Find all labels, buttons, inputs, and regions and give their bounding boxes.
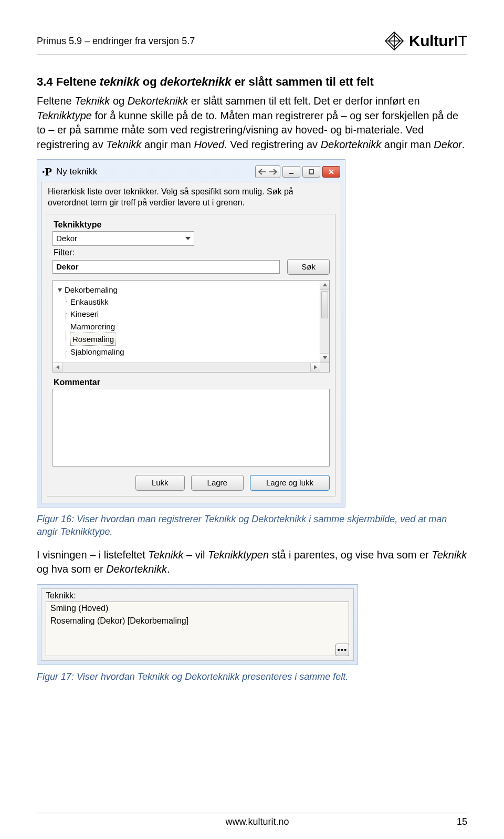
filter-input[interactable]: Dekor [52,260,280,274]
figure-1-window: ·P Ny teknikk Hierarkisk liste over tekn… [37,159,345,507]
filter-label: Filter: [54,248,330,257]
info-text: Hierarkisk liste over teknikker. Velg så… [48,187,335,209]
teknikk-listbox[interactable]: Smiing (Hoved) Rosemaling (Dekor) [Dekor… [46,602,349,656]
figure-2-caption: Figur 17: Viser hvordan Teknikk og Dekor… [37,670,467,683]
scroll-down-button[interactable] [320,353,329,362]
titlebar: ·P Ny teknikk [41,163,341,182]
collapse-icon [57,287,62,293]
select-value: Dekor [56,234,77,243]
page-header: Primus 5.9 – endringer fra versjon 5.7 K… [37,30,467,55]
save-and-close-button[interactable]: Lagre og lukk [250,475,330,491]
close-dialog-button[interactable]: Lukk [135,475,185,491]
tree-listbox[interactable]: Dekorbemaling Enkaustikk Kineseri Marmor… [52,280,330,372]
doc-title: Primus 5.9 – endringer fra versjon 5.7 [37,36,195,47]
maximize-button[interactable] [302,166,320,178]
logo: KulturIT [384,30,467,51]
close-button[interactable] [322,166,340,178]
tree-root[interactable]: Dekorbemaling [57,284,325,296]
vertical-scrollbar[interactable] [320,281,329,362]
nav-prev-next-button[interactable] [255,165,280,178]
minimize-button[interactable] [282,166,300,178]
window-title: Ny teknikk [56,167,97,177]
save-button[interactable]: Lagre [191,475,244,491]
tree-item-selected[interactable]: Rosemaling [70,333,325,346]
comment-textarea[interactable] [52,389,330,467]
list-item[interactable]: Rosemaling (Dekor) [Dekorbemaling] [46,615,349,627]
tree-item[interactable]: Kineseri [70,308,325,320]
app-icon: ·P [42,165,52,179]
logo-icon [384,30,405,51]
section-heading: 3.4 Feltene teknikk og dekorteknikk er s… [37,75,467,89]
horizontal-scrollbar[interactable] [53,362,329,372]
list-item[interactable]: Smiing (Hoved) [46,602,349,615]
scroll-up-button[interactable] [320,281,329,290]
svg-rect-5 [309,170,313,174]
page-number: 15 [457,816,467,827]
search-button[interactable]: Søk [287,259,330,275]
page-footer: www.kulturit.no 15 [0,813,504,827]
scroll-left-button[interactable] [53,363,62,372]
tree-item[interactable]: Sjablongmaling [70,346,325,358]
tree-item[interactable]: Enkaustikk [70,296,325,308]
browse-button[interactable]: ••• [335,644,349,656]
figure-2-panel: Teknikk: Smiing (Hoved) Rosemaling (Deko… [37,584,358,665]
footer-url: www.kulturit.no [58,816,457,827]
teknikktype-select[interactable]: Dekor [52,231,194,246]
figure-1-caption: Figur 16: Viser hvordan man registrerer … [37,513,467,538]
teknikk-list-label: Teknikk: [41,589,353,602]
type-label: Teknikktype [54,220,330,230]
tree-item[interactable]: Marmorering [70,320,325,333]
chevron-down-icon [185,237,191,240]
paragraph-1: Feltene Teknikk og Dekorteknikk er slått… [37,94,467,152]
paragraph-2: I visningen – i listefeltet Teknikk – vi… [37,548,467,577]
scroll-thumb[interactable] [321,291,328,318]
scroll-right-button[interactable] [310,363,320,372]
comment-label: Kommentar [54,378,330,387]
